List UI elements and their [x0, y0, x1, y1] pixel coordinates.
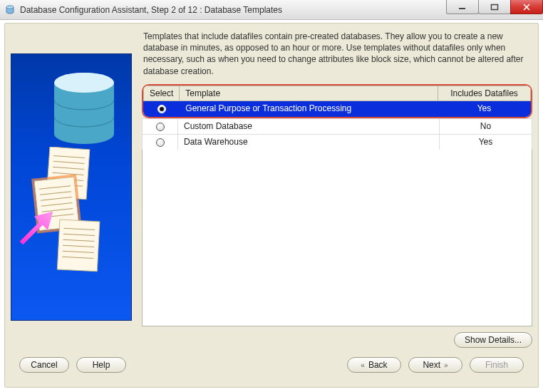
col-header-select: Select [144, 86, 180, 100]
cell-includes: Yes [440, 134, 532, 150]
cell-includes: No [440, 118, 532, 134]
svg-point-5 [54, 73, 114, 93]
wizard-side-image [11, 53, 132, 321]
chevron-right-icon: » [444, 361, 448, 369]
next-button[interactable]: Next » [408, 357, 462, 373]
svg-point-1 [6, 6, 14, 9]
radio-icon[interactable] [156, 138, 165, 147]
maximize-button[interactable] [478, 0, 511, 14]
wizard-footer: Cancel Help « Back Next » Finish [19, 357, 524, 373]
window-title: Database Configuration Assistant, Step 2… [20, 5, 282, 15]
templates-table: Select Template Includes Datafiles Gener… [143, 86, 531, 117]
finish-label: Finish [485, 360, 508, 370]
table-row[interactable]: Data Warehouse Yes [143, 134, 532, 150]
app-icon [4, 4, 16, 16]
back-label: B [368, 360, 374, 370]
close-button[interactable] [510, 0, 543, 14]
cell-template: Data Warehouse [178, 134, 440, 150]
title-bar: Database Configuration Assistant, Step 2… [0, 0, 543, 20]
minimize-button[interactable] [446, 0, 479, 14]
help-button[interactable]: Help [76, 357, 126, 373]
col-header-template: Template [180, 86, 438, 100]
svg-rect-3 [492, 4, 498, 9]
templates-table-rest: Custom Database No Data Warehouse Yes [142, 118, 532, 150]
window-controls [447, 0, 543, 14]
cell-includes: Yes [438, 100, 531, 116]
back-button[interactable]: « Back [347, 357, 401, 373]
cell-template: General Purpose or Transaction Processin… [180, 100, 438, 116]
cancel-button[interactable]: Cancel [19, 357, 69, 373]
next-label: N [423, 360, 429, 370]
description-text: Templates that include datafiles contain… [142, 29, 532, 84]
table-row[interactable]: Custom Database No [143, 118, 532, 134]
radio-icon[interactable] [157, 105, 166, 113]
chevron-left-icon: « [361, 361, 365, 369]
templates-table-highlight: Select Template Includes Datafiles Gener… [142, 84, 532, 118]
radio-icon[interactable] [156, 123, 165, 131]
col-header-includes: Includes Datafiles [438, 86, 531, 100]
svg-rect-2 [459, 8, 465, 9]
cell-template: Custom Database [178, 118, 440, 134]
svg-marker-28 [20, 212, 53, 245]
templates-empty-area [142, 150, 532, 326]
finish-button: Finish [470, 357, 524, 373]
table-row[interactable]: General Purpose or Transaction Processin… [144, 100, 531, 116]
show-details-button[interactable]: Show Details... [454, 332, 532, 348]
wizard-panel: Templates that include datafiles contain… [4, 23, 539, 388]
